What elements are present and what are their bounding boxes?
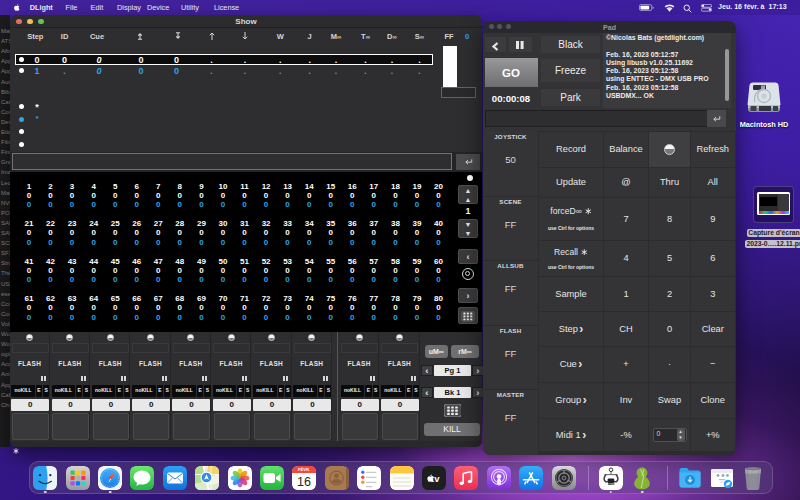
svg-text:FÉVR.: FÉVR. <box>299 467 311 472</box>
svg-text:16: 16 <box>297 475 311 489</box>
